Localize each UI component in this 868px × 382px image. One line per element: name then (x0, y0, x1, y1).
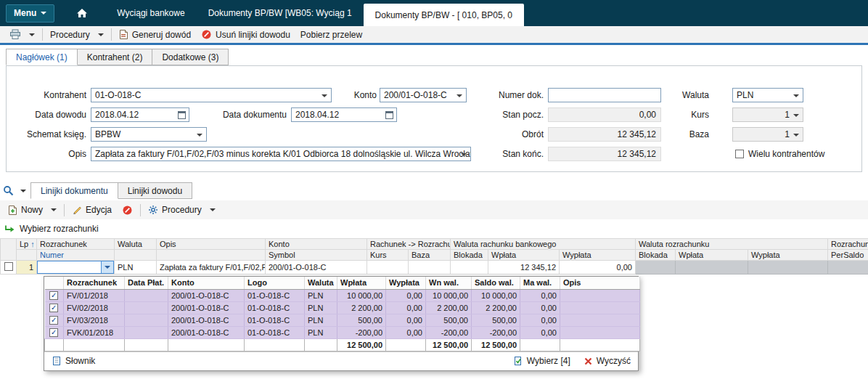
row-checkbox[interactable] (4, 262, 13, 271)
symbol-cell[interactable]: 200/01-O-018-C (266, 261, 367, 275)
popup-column-header[interactable]: Wpłata (337, 277, 386, 289)
col-waluta-sub[interactable] (115, 250, 157, 261)
generuj-dowod-button[interactable]: Generuj dowód (114, 28, 196, 41)
tab-wyciagi-bankowe[interactable]: Wyciągi bankowe (105, 0, 196, 26)
popup-row-checkbox[interactable] (49, 316, 58, 325)
col-waluta[interactable]: Waluta (115, 239, 157, 250)
blokada-1-cell[interactable] (451, 261, 488, 275)
wplata-cell: 500,00 (337, 314, 386, 326)
popup-column-header[interactable]: Waluta (305, 277, 337, 289)
tab-dokumenty-current[interactable]: Dokumenty BP/BW - [ 010, BP05, 0 (364, 4, 524, 26)
usun-linijki-button[interactable]: Usuń linijki dowodu (196, 28, 295, 41)
popup-row[interactable]: FV/02/2018 200/01-O-018-C 01-O-018-C PLN… (45, 301, 640, 314)
lp-cell[interactable]: 1 (17, 261, 37, 275)
pobierz-przelew-button[interactable]: Pobierz przelew (295, 28, 367, 41)
kurs-cell[interactable] (367, 261, 409, 275)
nowy-button[interactable]: Nowy (3, 203, 62, 217)
col-opis-sub[interactable] (157, 250, 266, 261)
col-konto[interactable]: Konto (266, 239, 367, 250)
rozrachunek-combobox[interactable] (37, 261, 114, 274)
popup-column-header[interactable]: Konto (168, 277, 245, 289)
kontrahent-combobox[interactable]: 01-O-018-C (91, 88, 332, 102)
popup-row-checkbox[interactable] (49, 328, 58, 337)
popup-column-header[interactable]: Wn wal. (426, 277, 472, 289)
procedury-button[interactable]: Procedury (45, 28, 109, 41)
popup-row-checkbox-cell (45, 326, 64, 338)
col-blokada-2[interactable]: Blokada (636, 250, 676, 261)
col-wyplata-2[interactable]: Wypłata (748, 250, 828, 261)
col-blokada-1[interactable]: Blokada (451, 250, 488, 261)
wplata-1-cell[interactable]: 12 345,12 (488, 261, 560, 275)
popup-row[interactable]: FVK/01/2018 200/01-O-018-C 01-O-018-C PL… (45, 326, 640, 338)
col-lp-sub[interactable] (17, 250, 37, 261)
organizer-button[interactable] (3, 182, 26, 199)
data-dokumentu-datefield[interactable]: 2018.04.12 (291, 107, 397, 122)
kurs-combobox[interactable]: 1 (732, 107, 803, 122)
slownik-button[interactable]: Słownik (52, 356, 95, 366)
col-wplata-1[interactable]: Wpłata (488, 250, 560, 261)
waluta-cell[interactable]: PLN (115, 261, 157, 275)
print-button[interactable] (4, 28, 40, 41)
numer-dok-input[interactable] (548, 88, 661, 102)
col-numer[interactable]: Numer (37, 250, 115, 261)
tab-dokumenty-wb05[interactable]: Dokumenty BP/BW [WB05: Wyciąg 1 (197, 0, 364, 26)
wplata-total: 12 500,00 (337, 338, 386, 351)
generuj-dowod-label: Generuj dowód (132, 30, 191, 40)
tab-linijki-dowodu[interactable]: Linijki dowodu (118, 182, 192, 199)
popup-row-checkbox[interactable] (49, 304, 58, 312)
calendar-icon[interactable] (178, 111, 186, 119)
calendar-icon[interactable] (385, 111, 393, 119)
wybierz-button[interactable]: Wybierz [4] (513, 356, 570, 366)
wielu-kontrahentow-checkbox[interactable] (735, 150, 744, 158)
opis-cell[interactable]: Zapłata za faktury F/01,F/02,F (157, 261, 266, 275)
wyplata-1-cell[interactable]: 0,00 (560, 261, 636, 275)
col-opis[interactable]: Opis (157, 239, 266, 250)
popup-column-header[interactable]: Logo (245, 277, 305, 289)
colgroup-waluta-rozrachunku[interactable]: Waluta rozrachunku (636, 239, 828, 250)
edycja-button[interactable]: Edycja (67, 203, 117, 216)
col-wplata-2[interactable]: Wpłata (676, 250, 748, 261)
colgroup-waluta-rachunku[interactable]: Waluta rachunku bankowego (451, 239, 636, 250)
konto-combobox[interactable]: 200/01-O-018-C (380, 88, 467, 102)
popup-column-header[interactable]: Opis (560, 277, 640, 289)
col-lp[interactable]: Lp ↑ (17, 239, 37, 250)
detail-procedury-button[interactable]: Procedury (143, 203, 221, 216)
col-rozrachunek[interactable]: Rozrachunek (37, 239, 115, 250)
popup-row[interactable]: FV/03/2018 200/01-O-018-C 01-O-018-C PLN… (45, 314, 640, 326)
grid-data-row[interactable]: 1 PLN Zapłata za faktury F/01,F/02,F 200… (1, 261, 868, 275)
col-persaldo[interactable]: PerSaldo (828, 250, 868, 261)
col-kurs[interactable]: Kurs (367, 250, 409, 261)
select-all-header[interactable] (1, 239, 17, 261)
baza-cell[interactable] (409, 261, 451, 275)
menu-button[interactable]: Menu (6, 4, 54, 23)
popup-column-header[interactable]: Ma wal. (520, 277, 560, 289)
baza-combobox[interactable]: 1 (732, 127, 803, 142)
col-wyplata-1[interactable]: Wypłata (560, 250, 636, 261)
stan-konc-label: Stan końc. (471, 147, 544, 161)
waluta-combobox[interactable]: PLN (732, 88, 803, 102)
popup-column-header[interactable]: Data Płat. (125, 277, 168, 289)
col-baza[interactable]: Baza (409, 250, 451, 261)
col-rozrachunek-2[interactable]: Rozrachunek (828, 239, 868, 250)
combo-dropdown-button[interactable] (101, 261, 113, 273)
popup-column-header[interactable]: Saldo wal. (472, 277, 520, 289)
wybierz-rozrachunki-button[interactable]: Wybierz rozrachunki (4, 222, 99, 236)
data-dowodu-datefield[interactable]: 2018.04.12 (91, 107, 189, 122)
opis-combobox[interactable]: Zapłata za faktury F/01,F/02,F/03 minus … (91, 147, 471, 161)
popup-row-checkbox[interactable] (49, 291, 58, 300)
schemat-combobox[interactable]: BPBW (91, 127, 207, 142)
tab-dodatkowe[interactable]: Dodatkowe (3) (152, 49, 229, 65)
numer-cell[interactable] (37, 261, 115, 275)
wyczysc-button[interactable]: Wyczyść (584, 356, 631, 366)
usun-row-button[interactable] (117, 203, 138, 217)
tab-naglowek[interactable]: Nagłówek (1) (6, 49, 78, 65)
colgroup-rachunek-rozrachunki[interactable]: Rachunek -> Rozrachun (367, 239, 451, 250)
toolbar-divider (140, 204, 141, 216)
popup-column-header[interactable]: Rozrachunek (64, 277, 125, 289)
tab-linijki-dokumentu[interactable]: Linijki dokumentu (30, 182, 118, 199)
col-symbol[interactable]: Symbol (266, 250, 367, 261)
popup-row[interactable]: FV/01/2018 200/01-O-018-C 01-O-018-C PLN… (45, 289, 640, 301)
popup-column-header[interactable]: Wypłata (386, 277, 426, 289)
home-button[interactable] (76, 8, 88, 18)
tab-kontrahent[interactable]: Kontrahent (2) (78, 49, 153, 65)
